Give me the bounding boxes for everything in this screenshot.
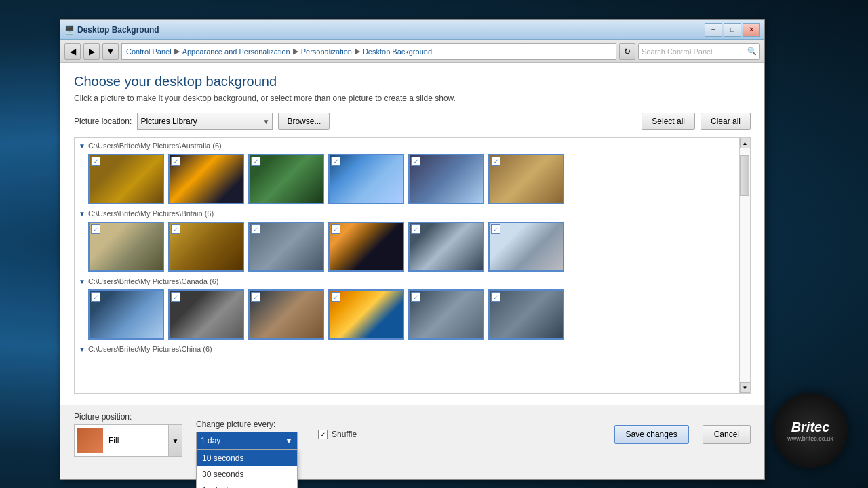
table-row[interactable]: ✓	[168, 222, 244, 272]
position-dropdown-arrow-icon[interactable]: ▼	[168, 425, 182, 456]
britec-url: www.britec.co.uk	[787, 435, 833, 442]
forward-button[interactable]: ▶	[83, 43, 100, 60]
scrollbar-up-button[interactable]: ▲	[740, 138, 751, 148]
breadcrumb-sep-3: ▶	[355, 47, 360, 56]
canada-collapse-icon[interactable]: ▼	[79, 278, 85, 285]
search-bar[interactable]: Search Control Panel 🔍	[638, 43, 760, 60]
table-row[interactable]: ✓	[408, 154, 484, 204]
table-row[interactable]: ✓	[88, 154, 164, 204]
image-checkbox[interactable]: ✓	[251, 157, 260, 166]
shuffle-row: ✓ Shuffle	[318, 430, 357, 439]
table-row[interactable]: ✓	[328, 154, 404, 204]
dropdown-item-1min[interactable]: 1 minute	[197, 483, 297, 488]
image-checkbox[interactable]: ✓	[331, 224, 340, 234]
shuffle-checkbox[interactable]: ✓	[318, 430, 328, 439]
table-row[interactable]: ✓	[248, 154, 324, 204]
picture-location-select[interactable]: Pictures Library ▼	[137, 113, 273, 130]
cancel-button[interactable]: Cancel	[703, 425, 751, 444]
breadcrumb-desktop-background[interactable]: Desktop Background	[363, 47, 432, 56]
image-checkbox[interactable]: ✓	[91, 292, 100, 302]
australia-collapse-icon[interactable]: ▼	[79, 142, 85, 150]
image-checkbox[interactable]: ✓	[411, 292, 420, 302]
shuffle-label: Shuffle	[332, 430, 357, 439]
britec-name: Britec	[791, 420, 830, 435]
britain-images: ✓ ✓ ✓ ✓ ✓	[79, 222, 735, 272]
window-icon: 🖥️	[64, 25, 75, 35]
picture-location-value: Pictures Library	[140, 117, 197, 126]
britain-collapse-icon[interactable]: ▼	[79, 210, 85, 218]
table-row[interactable]: ✓	[408, 289, 484, 340]
picture-location-label: Picture location:	[74, 117, 132, 126]
title-bar: 🖥️ Desktop Background − □ ✕	[60, 20, 764, 40]
china-group-label: C:\Users\Britec\My Pictures\China (6)	[88, 345, 212, 353]
search-icon: 🔍	[747, 47, 757, 56]
back-button[interactable]: ◀	[64, 43, 81, 60]
image-checkbox[interactable]: ✓	[491, 157, 500, 166]
maximize-button[interactable]: □	[724, 23, 741, 37]
britain-group: ▼ C:\Users\Britec\My Pictures\Britain (6…	[79, 209, 735, 272]
table-row[interactable]: ✓	[88, 289, 164, 340]
image-checkbox[interactable]: ✓	[91, 157, 100, 166]
image-grid-scroll[interactable]: ▼ C:\Users\Britec\My Pictures\Australia …	[75, 138, 739, 393]
browse-button[interactable]: Browse...	[278, 113, 330, 130]
table-row[interactable]: ✓	[488, 154, 564, 204]
image-checkbox[interactable]: ✓	[331, 292, 340, 302]
bottom-controls: Picture position: Fill ▼ Change picture …	[60, 405, 764, 479]
scrollbar-down-button[interactable]: ▼	[740, 382, 751, 393]
search-placeholder: Search Control Panel	[642, 47, 713, 56]
dropdown-item-10sec[interactable]: 10 seconds	[197, 450, 297, 466]
china-collapse-icon[interactable]: ▼	[79, 346, 85, 353]
breadcrumb-control-panel[interactable]: Control Panel	[126, 47, 172, 56]
change-every-section: Change picture every: 1 day ▼ 10 seconds…	[196, 420, 298, 449]
table-row[interactable]: ✓	[488, 222, 564, 272]
china-group: ▼ C:\Users\Britec\My Pictures\China (6)	[79, 345, 735, 353]
recent-pages-button[interactable]: ▼	[102, 43, 119, 60]
image-checkbox[interactable]: ✓	[171, 292, 180, 302]
australia-images: ✓ ✓ ✓ ✓ ✓	[79, 154, 735, 204]
table-row[interactable]: ✓	[248, 222, 324, 272]
breadcrumb-appearance[interactable]: Appearance and Personalization	[182, 47, 290, 56]
picture-position-select[interactable]: Fill ▼	[74, 424, 182, 457]
page-title: Choose your desktop background	[74, 74, 751, 89]
table-row[interactable]: ✓	[328, 222, 404, 272]
table-row[interactable]: ✓	[328, 289, 404, 340]
image-grid-container: ▼ C:\Users\Britec\My Pictures\Australia …	[74, 137, 751, 394]
image-checkbox[interactable]: ✓	[411, 157, 420, 166]
title-bar-left: 🖥️ Desktop Background	[64, 25, 159, 35]
save-changes-button[interactable]: Save changes	[614, 425, 689, 444]
dropdown-item-30sec[interactable]: 30 seconds	[197, 466, 297, 483]
change-every-dropdown[interactable]: 10 seconds 30 seconds 1 minute 3 minutes…	[196, 449, 298, 488]
change-every-label: Change picture every:	[196, 420, 298, 429]
image-checkbox[interactable]: ✓	[171, 157, 180, 166]
table-row[interactable]: ✓	[408, 222, 484, 272]
scrollbar-thumb[interactable]	[740, 155, 749, 196]
image-checkbox[interactable]: ✓	[171, 224, 180, 234]
china-group-header: ▼ C:\Users\Britec\My Pictures\China (6)	[79, 345, 735, 353]
select-all-button[interactable]: Select all	[642, 113, 695, 130]
image-checkbox[interactable]: ✓	[331, 157, 340, 166]
image-checkbox[interactable]: ✓	[491, 292, 500, 302]
table-row[interactable]: ✓	[488, 289, 564, 340]
main-window: 🖥️ Desktop Background − □ ✕ ◀ ▶ ▼ Contro…	[60, 19, 765, 480]
change-every-select[interactable]: 1 day ▼	[196, 432, 298, 449]
australia-group-label: C:\Users\Britec\My Pictures\Australia (6…	[88, 142, 222, 150]
image-checkbox[interactable]: ✓	[491, 224, 500, 234]
image-checkbox[interactable]: ✓	[411, 224, 420, 234]
table-row[interactable]: ✓	[88, 222, 164, 272]
close-button[interactable]: ✕	[743, 23, 760, 37]
picture-location-row: Picture location: Pictures Library ▼ Bro…	[74, 113, 751, 130]
image-checkbox[interactable]: ✓	[251, 292, 260, 302]
table-row[interactable]: ✓	[248, 289, 324, 340]
scrollbar[interactable]: ▲ ▼	[739, 138, 750, 393]
minimize-button[interactable]: −	[705, 23, 722, 37]
canada-images: ✓ ✓ ✓ ✓ ✓	[79, 289, 735, 340]
table-row[interactable]: ✓	[168, 154, 244, 204]
bottom-row1: Picture position: Fill ▼ Change picture …	[74, 412, 751, 457]
refresh-button[interactable]: ↻	[619, 43, 635, 60]
breadcrumb-personalization[interactable]: Personalization	[301, 47, 352, 56]
breadcrumb-sep-1: ▶	[174, 47, 180, 56]
image-checkbox[interactable]: ✓	[251, 224, 260, 234]
table-row[interactable]: ✓	[168, 289, 244, 340]
clear-all-button[interactable]: Clear all	[701, 113, 751, 130]
image-checkbox[interactable]: ✓	[91, 224, 100, 234]
